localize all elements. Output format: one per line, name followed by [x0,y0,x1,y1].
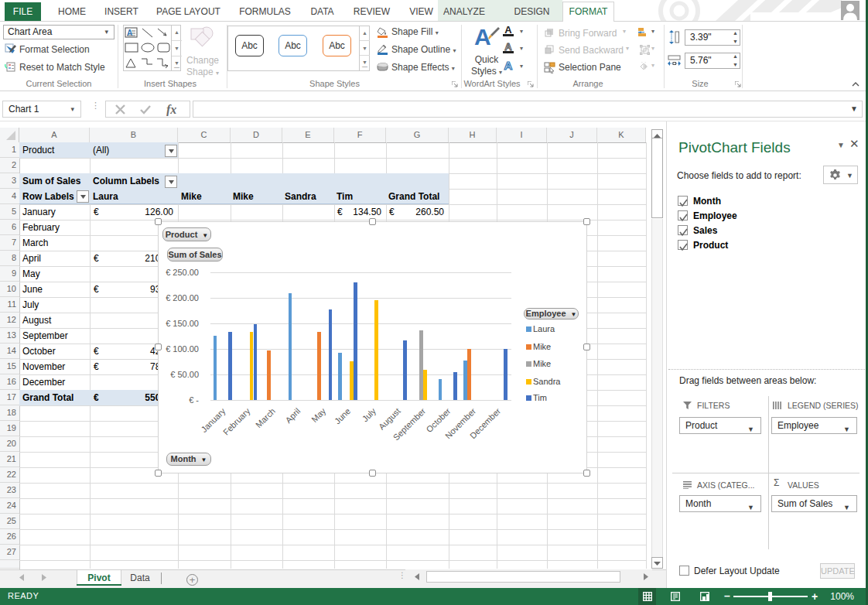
svg-text:A: A [474,24,491,49]
svg-text:fx: fx [166,103,176,116]
